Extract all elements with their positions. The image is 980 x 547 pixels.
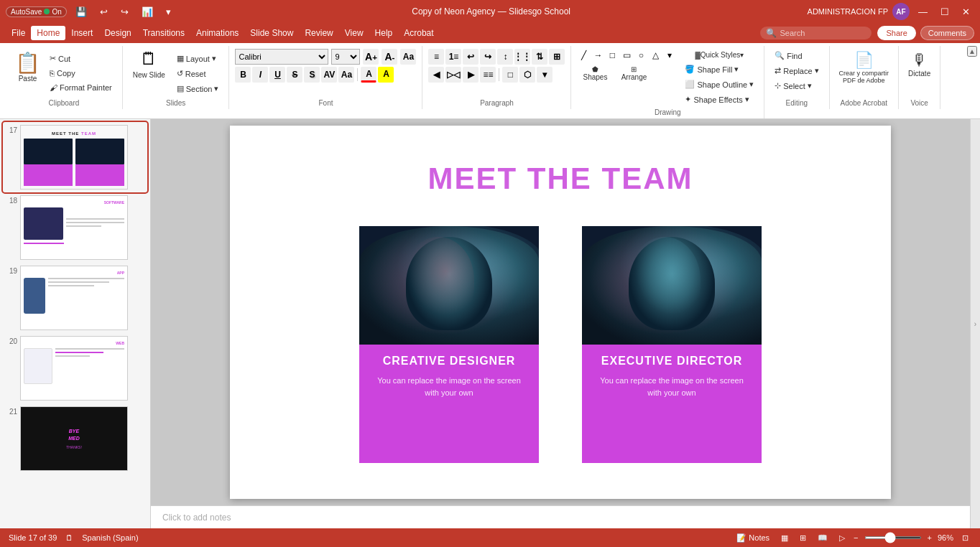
paste-button[interactable]: 📋 Paste [11,49,44,85]
right-panel-arrow[interactable]: › [970,119,980,528]
shadow-button[interactable]: S [304,67,320,83]
underline-button[interactable]: U [269,67,285,83]
main-area: 17 MEET THE TEAM 18 [0,119,980,528]
view-normal-button[interactable]: ▦ [778,532,791,544]
align-right-button[interactable]: ▶ [463,67,479,83]
para-more-button[interactable]: ▾ [537,67,553,83]
strikethrough-button[interactable]: S [287,67,302,83]
maximize-button[interactable]: ☐ [936,5,953,19]
menu-help[interactable]: Help [369,26,399,40]
shape-outline-button[interactable]: ⬜ Shape Outline ▾ [680,78,758,91]
view-reading-button[interactable]: 📖 [815,532,831,544]
justify-button[interactable]: ≡≡ [480,67,496,83]
columns-button[interactable]: ⋮⋮ [514,49,530,65]
numbering-button[interactable]: 1≡ [445,49,461,65]
menu-design[interactable]: Design [98,26,137,40]
italic-button[interactable]: I [252,67,268,83]
section-button[interactable]: ▤ Section ▾ [172,82,223,95]
menu-insert[interactable]: Insert [65,26,98,40]
adobe-create-button[interactable]: 📄 Crear y compartir PDF de Adobe [836,49,893,86]
minimize-button[interactable]: — [914,5,932,19]
shape-fill-button[interactable]: 🪣 Shape Fill ▾ [680,62,758,76]
decrease-indent-button[interactable]: ↩ [463,49,479,65]
select-button[interactable]: ⊹ Select ▾ [770,79,823,93]
ribbon-expand-button[interactable]: ▲ [967,46,977,57]
shape-triangle[interactable]: △ [649,49,662,62]
align-center-button[interactable]: ▷◁ [445,67,461,83]
new-slide-icon: 🗒 [140,49,157,69]
zoom-slider[interactable] [864,536,922,539]
bold-button[interactable]: B [235,67,251,83]
shapes-button[interactable]: ⬟ Shapes [577,63,613,83]
search-box[interactable]: 🔍 [760,27,872,39]
font-decrease-button[interactable]: A- [382,49,397,65]
font-size-select[interactable]: 9 [331,49,360,65]
team-card-1[interactable]: CREATIVE DESIGNER You can replace the im… [359,226,539,463]
slide-thumb-18[interactable]: 18 SOFTWARE [3,192,147,263]
view-slide-sorter-button[interactable]: ⊞ [797,532,809,544]
shape-more[interactable]: ▾ [663,49,676,62]
text-box-button[interactable]: □ [502,67,518,83]
shape-oval[interactable]: ○ [634,49,647,62]
autosave-badge[interactable]: AutoSave On [6,6,67,17]
cut-button[interactable]: ✂ Cut [45,52,116,65]
reset-button[interactable]: ↺ Reset [172,67,223,80]
highlight-button[interactable]: A [378,67,394,83]
customize-button[interactable]: ▾ [162,5,175,19]
shape-line[interactable]: ╱ [577,49,590,62]
search-input[interactable] [780,29,866,37]
shape-effects-button[interactable]: ✦ Shape Effects ▾ [680,93,758,106]
menu-acrobat[interactable]: Acrobat [398,26,439,40]
dictate-button[interactable]: 🎙 Dictate [905,49,934,80]
close-button[interactable]: ✕ [958,5,974,19]
font-increase-button[interactable]: A+ [363,49,379,65]
slide-thumb-19[interactable]: 19 APP [3,263,147,333]
menu-view[interactable]: View [339,26,369,40]
slide-thumb-21[interactable]: 21 BYEMED THANKS! [3,403,147,474]
shape-rect[interactable]: □ [606,49,619,62]
comments-button[interactable]: Comments [920,26,974,40]
replace-button[interactable]: ⇄ Replace ▾ [770,64,823,78]
text-direction-button[interactable]: ⇅ [532,49,547,65]
share-button[interactable]: Share [877,26,915,40]
team-card-2[interactable]: EXECUTIVE DIRECTOR You can replace the i… [582,226,762,463]
presentation-button[interactable]: 📊 [137,5,157,19]
quick-styles-button[interactable]: ▓ Quick Styles ▾ [680,49,758,61]
arrange-button[interactable]: ⊞ Arrange [616,63,652,83]
find-button[interactable]: 🔍 Find [770,49,823,62]
fit-slide-button[interactable]: ⊡ [959,532,971,544]
char-spacing-button[interactable]: AV [321,67,337,83]
canvas-scroll[interactable]: MEET THE TEAM [151,119,970,505]
menu-slideshow[interactable]: Slide Show [244,26,299,40]
align-left-button[interactable]: ◀ [428,67,444,83]
bullets-button[interactable]: ≡ [428,49,444,65]
increase-indent-button[interactable]: ↪ [480,49,496,65]
undo-button[interactable]: ↩ [96,5,112,19]
slide-thumb-20[interactable]: 20 WEB [3,333,147,403]
slide-thumb-17[interactable]: 17 MEET THE TEAM [3,122,147,192]
shape-rrect[interactable]: ▭ [620,49,633,62]
shape-arrow[interactable]: → [591,49,604,62]
menu-home[interactable]: Home [31,26,65,40]
menu-animations[interactable]: Animations [190,26,244,40]
clear-format-button[interactable]: Aa [400,49,416,65]
menu-transitions[interactable]: Transitions [137,26,190,40]
view-presenter-button[interactable]: ▷ [836,532,848,544]
notes-area[interactable]: Click to add notes [151,505,970,528]
copy-button[interactable]: ⎘ Copy [45,67,116,80]
font-family-select[interactable]: Calibri [235,49,328,65]
slide-canvas[interactable]: MEET THE TEAM [230,126,891,499]
menu-file[interactable]: File [6,26,31,40]
format-painter-button[interactable]: 🖌 Format Painter [45,81,116,94]
layout-button[interactable]: ▦ Layout ▾ [172,52,223,65]
save-button[interactable]: 💾 [71,5,91,19]
case-button[interactable]: Aa [338,67,354,83]
smart-art-button[interactable]: ⊞ [549,49,565,65]
new-slide-button[interactable]: 🗒 New Slide [129,49,170,81]
convert-smartart-button[interactable]: ⬡ [519,67,535,83]
notes-button[interactable]: 📝 Notes [734,532,772,544]
redo-button[interactable]: ↪ [116,5,133,19]
font-color-button[interactable]: A [361,67,376,83]
line-spacing-button[interactable]: ↕ [497,49,513,65]
menu-review[interactable]: Review [299,26,338,40]
